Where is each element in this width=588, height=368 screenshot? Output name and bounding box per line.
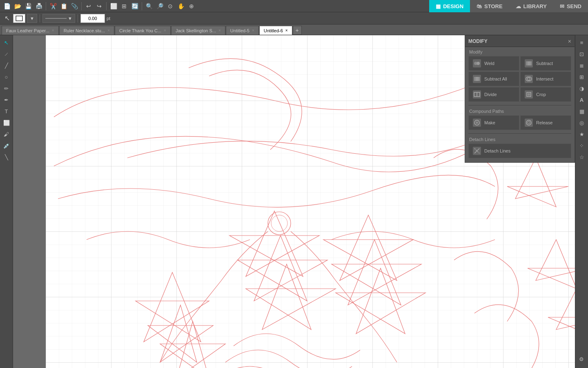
transform-icon[interactable]: 🔄	[130, 2, 139, 11]
tab-circle-thankyou[interactable]: Circle Thank You C... ×	[115, 26, 171, 35]
cut-icon[interactable]: ✂️	[49, 2, 58, 11]
sep6	[78, 14, 78, 22]
svg-point-4	[271, 215, 287, 231]
redo-icon[interactable]: ↪	[95, 2, 104, 11]
tab-close[interactable]: ×	[107, 28, 110, 33]
tab-label: Ruler Necklace.stu...	[64, 28, 105, 33]
subtract-all-btn[interactable]: Subtract All	[468, 72, 519, 86]
modify-panel-title: MODIFY	[468, 38, 488, 44]
line-style-dropdown[interactable]: ▼	[42, 14, 75, 23]
select2-icon[interactable]: ⊞	[120, 2, 129, 11]
paste-icon[interactable]: 📎	[70, 2, 79, 11]
line-tool[interactable]: ╱	[2, 61, 11, 70]
weld-btn[interactable]: Weld	[468, 56, 519, 71]
divide-icon	[473, 90, 481, 99]
divider2	[468, 133, 571, 134]
trace-icon[interactable]: ⊡	[577, 49, 587, 59]
tab-ruler-necklace[interactable]: Ruler Necklace.stu... ×	[59, 26, 114, 35]
divider1	[468, 105, 571, 105]
library-nav-btn[interactable]: ☁ LIBRARY	[509, 0, 553, 12]
pencil-tool[interactable]: ✏	[2, 83, 11, 93]
subtract-btn[interactable]: Subtract	[520, 56, 571, 71]
zoom-in-icon[interactable]: 🔍	[145, 2, 154, 11]
tab-label: Untitled-5	[230, 28, 249, 33]
print-icon[interactable]: 🖨️	[34, 2, 43, 11]
undo-icon[interactable]: ↩	[84, 2, 93, 11]
effects-icon[interactable]: ◎	[577, 118, 587, 128]
design-nav-btn[interactable]: ▦ DESIGN	[429, 0, 470, 12]
modify-panel-header: MODIFY ×	[465, 36, 575, 47]
paint-tool[interactable]: 🖌	[2, 129, 11, 139]
detach-lines-area: Detach Lines	[465, 144, 575, 162]
tab-add-btn[interactable]: +	[293, 26, 302, 35]
tab-close[interactable]: ×	[252, 28, 254, 33]
right-sidebar: ≡ ⊡ ≣ ⊞ ◑ A ▦ ◎ ★ ⁘ ☆ ⚙	[575, 35, 588, 368]
text-tool[interactable]: T	[2, 106, 11, 116]
layers-icon[interactable]: ≡	[577, 38, 587, 47]
modify-panel-close[interactable]: ×	[568, 38, 571, 45]
text-icon[interactable]: A	[577, 95, 587, 105]
send-nav-btn[interactable]: ✉ SEND	[553, 0, 588, 12]
eyedropper-tool[interactable]: 💉	[2, 141, 11, 150]
fit-icon[interactable]: ⊙	[166, 2, 175, 11]
tab-close[interactable]: ×	[164, 28, 166, 33]
modify-panel: MODIFY × Modify Weld Subtract	[465, 35, 575, 163]
svg-point-3	[268, 212, 291, 235]
make-btn[interactable]: Make	[468, 115, 519, 130]
rect-shape-btn[interactable]	[13, 14, 25, 23]
make-icon	[473, 119, 481, 127]
zoom-out-icon[interactable]: 🔎	[155, 2, 164, 11]
modify-buttons-grid: Weld Subtract Subtract All Intersect	[465, 56, 575, 104]
ellipse-tool[interactable]: ○	[2, 72, 11, 82]
chart-icon[interactable]: ▦	[577, 106, 587, 116]
store-nav-btn[interactable]: 🛍 STORE	[470, 0, 509, 12]
tab-faux-leather[interactable]: Faux Leather Paper... ×	[2, 26, 59, 35]
store-icon: 🛍	[477, 3, 482, 9]
open-file-icon[interactable]: 📂	[13, 2, 22, 11]
pages-icon[interactable]: ≣	[577, 61, 587, 70]
profile-icon[interactable]: ◑	[577, 83, 587, 93]
make-label: Make	[484, 120, 495, 125]
release-btn[interactable]: Release	[520, 115, 571, 130]
tab-close[interactable]: ×	[52, 28, 54, 33]
tab-jack-skellington[interactable]: Jack Skellington S... ×	[171, 26, 225, 35]
copy-icon[interactable]: 📋	[59, 2, 68, 11]
subtract-all-label: Subtract All	[484, 76, 507, 81]
canvas-left-strip	[13, 35, 46, 368]
new-file-icon[interactable]: 📄	[2, 2, 11, 11]
ruler-tool[interactable]: ╲	[2, 152, 11, 162]
svg-rect-0	[16, 16, 22, 21]
add-point-icon[interactable]: ⊕	[187, 2, 196, 11]
tab-close[interactable]: ×	[218, 28, 221, 33]
library-right-icon[interactable]: ⊞	[577, 72, 587, 82]
select-icon[interactable]: ⬜	[109, 2, 118, 11]
sep1	[46, 2, 46, 10]
settings-bottom-icon[interactable]: ⚙	[577, 354, 586, 364]
tab-untitled6[interactable]: Untitled-6 ×	[259, 26, 292, 35]
pattern-icon[interactable]: ⁘	[577, 141, 587, 150]
detach-lines-icon	[473, 147, 481, 155]
nav-buttons: ▦ DESIGN 🛍 STORE ☁ LIBRARY ✉ SEND	[429, 0, 588, 12]
tab-untitled5[interactable]: Untitled-5 ×	[226, 26, 259, 35]
compound-paths-label: Compound Paths	[465, 106, 575, 115]
crop-btn[interactable]: Crop	[520, 87, 571, 102]
pen-tool[interactable]: ✒	[2, 95, 11, 105]
library-icon: ☁	[516, 3, 521, 9]
main-area: ↖ ⟋ ╱ ○ ✏ ✒ T ⬜ 🖌 💉 ╲	[0, 35, 588, 368]
divide-btn[interactable]: Divide	[468, 87, 519, 102]
intersect-btn[interactable]: Intersect	[520, 72, 571, 86]
detach-lines-btn[interactable]: Detach Lines	[468, 144, 571, 158]
save-file-icon[interactable]: 💾	[24, 2, 33, 11]
value-input[interactable]: 0.00	[80, 14, 105, 23]
shape-dropdown[interactable]: ▼	[27, 14, 37, 23]
subtract-icon	[525, 59, 533, 67]
dropdown-arrow: ▼	[30, 16, 34, 21]
arrow-tool-icon[interactable]: ↖	[2, 14, 11, 23]
node-tool[interactable]: ⟋	[2, 49, 11, 59]
move-icon[interactable]: ✋	[176, 2, 185, 11]
empty-icon[interactable]: ☆	[577, 152, 587, 162]
tab-close[interactable]: ×	[285, 28, 288, 33]
cursor-tool[interactable]: ↖	[2, 38, 11, 47]
star-icon[interactable]: ★	[577, 129, 587, 139]
eraser-tool[interactable]: ⬜	[2, 118, 11, 128]
